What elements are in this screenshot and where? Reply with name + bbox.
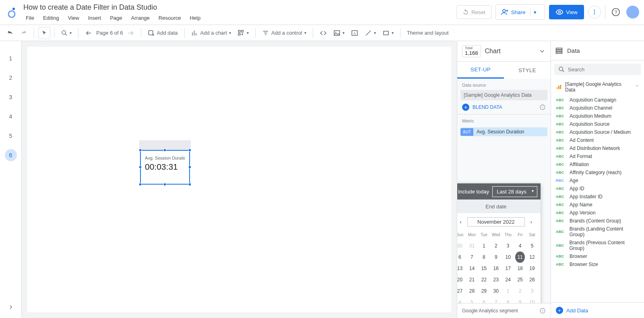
month-label[interactable]: November 2022 (467, 217, 525, 227)
calendar-day[interactable]: 7 (466, 251, 478, 263)
chevron-down-icon[interactable] (539, 48, 546, 55)
calendar-day[interactable]: 1 (478, 240, 490, 251)
end-date-tab[interactable]: End date (457, 200, 541, 213)
menu-arrange[interactable]: Arrange (127, 13, 154, 23)
field-row[interactable]: ABCApp ID (551, 185, 644, 193)
field-row[interactable]: ABCBrowser (551, 252, 644, 260)
add-data-icon[interactable]: + (556, 307, 563, 314)
field-row[interactable]: ABCAcquisition Channel (551, 104, 644, 112)
prev-page-button[interactable] (83, 27, 95, 39)
calendar-day[interactable]: 21 (466, 274, 478, 285)
calendar-day[interactable]: 17 (502, 263, 514, 274)
page-1[interactable]: 1 (5, 52, 17, 64)
resize-handle[interactable] (139, 166, 142, 168)
field-row[interactable]: ABCAd Distribution Network (551, 144, 644, 152)
calendar-day[interactable]: 5 (526, 240, 538, 251)
calendar-day[interactable]: 16 (490, 263, 502, 274)
calendar-day[interactable]: 7 (490, 297, 502, 303)
help-icon[interactable]: ? (539, 104, 546, 110)
calendar-day[interactable]: 26 (526, 274, 538, 285)
calendar-day[interactable]: 2 (490, 240, 502, 251)
line-button[interactable]: ▾ (362, 27, 378, 39)
metric-chip[interactable]: AUT Avg. Session Duration (460, 127, 547, 136)
menu-page[interactable]: Page (106, 13, 126, 23)
menu-file[interactable]: File (22, 13, 38, 23)
field-row[interactable]: ABCAd Format (551, 152, 644, 160)
next-page-button[interactable] (125, 27, 137, 39)
calendar-day[interactable]: 30 (490, 285, 502, 297)
search-input[interactable] (568, 67, 637, 73)
image-button[interactable]: ▾ (331, 27, 347, 39)
calendar-day[interactable]: 30 (457, 240, 466, 251)
redo-button[interactable] (18, 27, 30, 39)
calendar-day[interactable]: 1 (502, 285, 514, 297)
more-options-button[interactable] (588, 6, 601, 19)
selection-tool[interactable] (38, 27, 50, 39)
expand-rail-button[interactable] (5, 301, 17, 313)
data-search[interactable] (554, 64, 641, 75)
calendar-day[interactable]: 8 (502, 297, 514, 303)
resize-handle[interactable] (188, 183, 191, 186)
reset-button[interactable]: Reset (456, 5, 491, 19)
page-indicator[interactable]: Page 6 of 6 (96, 30, 123, 36)
calendar-day[interactable]: 3 (502, 240, 514, 251)
calendar-day[interactable]: 22 (478, 274, 490, 285)
theme-layout-button[interactable]: Theme and layout (405, 27, 451, 39)
report-canvas[interactable]: Avg. Session Duration 00:03:31 (27, 47, 451, 312)
help-button[interactable]: ? (609, 6, 622, 19)
calendar-day[interactable]: 8 (478, 251, 490, 263)
calendar-day[interactable]: 13 (457, 263, 466, 274)
calendar-day[interactable]: 28 (466, 285, 478, 297)
calendar-day[interactable]: 10 (526, 297, 538, 303)
field-row[interactable]: ABCAcquisition Source / Medium (551, 128, 644, 136)
calendar-day[interactable]: 23 (490, 274, 502, 285)
field-row[interactable]: ABCBrands (Content Group) (551, 217, 644, 225)
menu-view[interactable]: View (64, 13, 83, 23)
resize-handle[interactable] (139, 183, 142, 186)
calendar-day[interactable]: 27 (457, 285, 466, 297)
page-3[interactable]: 3 (5, 91, 17, 103)
page-6[interactable]: 6 (5, 149, 17, 161)
field-row[interactable]: ABCAffinity Category (reach) (551, 168, 644, 177)
share-button[interactable]: Share ▾ (495, 4, 545, 20)
calendar-day[interactable]: 6 (457, 251, 466, 263)
undo-button[interactable] (4, 27, 16, 39)
calendar-day[interactable]: 12 (526, 251, 538, 263)
date-preset-dropdown[interactable]: Last 28 days (492, 186, 537, 197)
calendar-day[interactable]: 4 (514, 240, 526, 251)
field-row[interactable]: ABCApp Name (551, 201, 644, 209)
resize-handle[interactable] (139, 149, 142, 152)
resize-handle[interactable] (163, 183, 166, 186)
calendar-day[interactable]: 4 (457, 297, 466, 303)
page-5[interactable]: 5 (5, 130, 17, 142)
menu-help[interactable]: Help (186, 13, 204, 23)
view-button[interactable]: View (549, 5, 584, 19)
field-row[interactable]: ABCApp Version (551, 209, 644, 217)
calendar-day[interactable]: 24 (502, 274, 514, 285)
calendar-day[interactable]: 20 (457, 274, 466, 285)
resize-handle[interactable] (188, 166, 191, 168)
calendar-day[interactable]: 25 (514, 274, 526, 285)
calendar-day[interactable]: 18 (514, 263, 526, 274)
calendar-day[interactable]: 5 (466, 297, 478, 303)
community-viz-button[interactable]: ▾ (235, 27, 251, 39)
zoom-button[interactable]: ▾ (59, 27, 74, 39)
share-dropdown[interactable]: ▾ (530, 8, 540, 16)
field-row[interactable]: RBCAge (551, 177, 644, 185)
field-row[interactable]: ABCBrowser Size (551, 260, 644, 268)
tab-set-up[interactable]: SET-UP (457, 62, 504, 79)
blend-add-button[interactable]: + (462, 104, 469, 111)
tab-style[interactable]: STYLE (504, 62, 551, 79)
resize-handle[interactable] (188, 149, 191, 152)
calendar-day[interactable]: 31 (466, 240, 478, 251)
field-row[interactable]: ABCBrands (Landing Content Group) (551, 225, 644, 239)
resize-handle[interactable] (163, 149, 166, 152)
calendar-day[interactable]: 2 (514, 285, 526, 297)
text-button[interactable]: A (349, 27, 361, 39)
canvas-area[interactable]: Avg. Session Duration 00:03:31 (22, 41, 457, 318)
prev-month[interactable]: ‹ (457, 218, 465, 227)
field-row[interactable]: ABCAd Content (551, 136, 644, 144)
add-chart-button[interactable]: Add a chart▾ (189, 27, 234, 39)
menu-resource[interactable]: Resource (155, 13, 185, 23)
calendar-day[interactable]: 10 (502, 251, 514, 263)
